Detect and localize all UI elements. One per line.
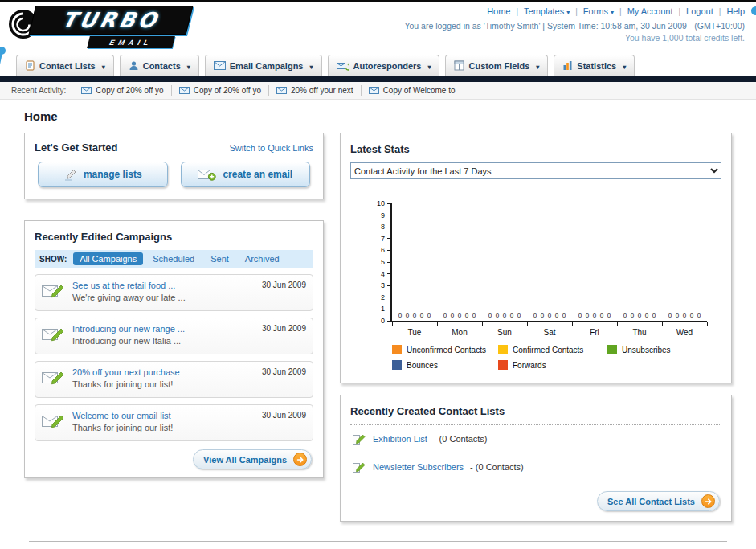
nav-tabs: Contact Lists Contacts Email Campaigns A… <box>0 55 756 76</box>
contacts-icon <box>129 60 139 71</box>
campaign-item[interactable]: Introducing our new range ... Introducin… <box>35 318 313 354</box>
nav-tab-statistics[interactable]: Statistics <box>554 55 635 76</box>
chart-column: 00000Thu <box>617 203 662 321</box>
y-axis-label: 3 <box>370 281 385 289</box>
campaign-item[interactable]: 20% off your next purchase Thanks for jo… <box>35 361 313 398</box>
custom-fields-icon <box>454 60 464 71</box>
campaign-item[interactable]: Welcome to our email list Thanks for joi… <box>35 404 313 441</box>
get-started-title: Let's Get Started <box>35 141 118 154</box>
logo-text: TURBO <box>59 8 162 32</box>
logo-email-chip: EMAIL <box>87 36 175 48</box>
nav-tab-custom-fields[interactable]: Custom Fields <box>445 55 548 76</box>
dropdown-caret-icon <box>425 61 431 71</box>
manage-lists-button[interactable]: manage lists <box>38 162 168 187</box>
value-label: 0 <box>645 312 648 319</box>
value-label: 0 <box>593 312 596 319</box>
chart-column: 00000Sun <box>482 203 527 321</box>
value-labels: 00000 <box>437 312 482 319</box>
recent-activity-item[interactable]: Copy of 20% off yo <box>74 85 171 96</box>
value-label: 0 <box>586 312 589 319</box>
x-axis-tick <box>437 322 438 326</box>
top-link-templates[interactable]: Templates <box>524 6 570 16</box>
y-axis-tick <box>387 215 392 215</box>
legend-item: Confirmed Contacts <box>498 345 607 354</box>
contact-list-item[interactable]: Newsletter Subscribers - (0 Contacts) <box>350 453 721 481</box>
dropdown-caret-icon <box>185 61 190 71</box>
value-label: 0 <box>413 312 416 319</box>
legend-item: Bounces <box>392 360 498 370</box>
tab-sent[interactable]: Sent <box>204 252 235 265</box>
contact-lists-title: Recently Created Contact Lists <box>350 405 505 417</box>
campaign-title-link[interactable]: Welcome to our email list <box>72 411 173 420</box>
arrow-icon <box>293 453 307 466</box>
top-link-logout[interactable]: Logout <box>686 6 713 16</box>
value-labels: 00000 <box>482 312 527 319</box>
y-axis-tick <box>387 262 392 263</box>
campaign-item[interactable]: See us at the retail food ... We're givi… <box>35 274 313 311</box>
recent-activity-item[interactable]: Copy of Welcome to <box>362 85 463 96</box>
top-link-home[interactable]: Home <box>487 6 510 16</box>
value-label: 0 <box>496 312 499 319</box>
recent-activity-item[interactable]: 20% off your next <box>269 85 362 96</box>
see-all-contact-lists-button[interactable]: See All Contact Lists <box>597 491 720 511</box>
y-axis-label: 6 <box>370 246 385 254</box>
y-axis-tick <box>387 321 392 322</box>
top-link-my-account[interactable]: My Account <box>627 6 673 16</box>
campaign-filter-bar: SHOW: All Campaigns Scheduled Sent Archi… <box>35 250 313 268</box>
x-axis-label: Thu <box>617 328 662 337</box>
switch-quick-links-link[interactable]: Switch to Quick Links <box>229 143 313 153</box>
legend-item: Unsubscribes <box>607 345 721 354</box>
y-axis-tick <box>387 238 392 239</box>
tab-archived[interactable]: Archived <box>239 252 286 265</box>
campaign-title-link[interactable]: Introducing our new range ... <box>72 324 185 334</box>
legend-swatch <box>498 345 508 354</box>
campaign-date: 30 Jun 2009 <box>262 367 306 376</box>
contact-lists-panel: Recently Created Contact Lists Exhibitio… <box>340 395 732 522</box>
nav-tab-contact-lists[interactable]: Contact Lists <box>16 55 114 76</box>
x-axis-tick <box>392 322 393 326</box>
campaign-title-link[interactable]: See us at the retail food ... <box>72 281 186 290</box>
chart-column: 00000Sat <box>527 203 572 321</box>
create-email-button[interactable]: create an email <box>181 162 311 187</box>
tab-all-campaigns[interactable]: All Campaigns <box>73 252 143 265</box>
dropdown-caret-icon <box>100 61 105 71</box>
top-link-forms[interactable]: Forms <box>583 6 614 16</box>
tab-scheduled[interactable]: Scheduled <box>146 252 201 265</box>
campaign-subtitle: Thanks for joining our list! <box>72 379 180 389</box>
header-right: Home Templates Forms My Account Logout H… <box>404 6 745 43</box>
top-link-help[interactable]: Help <box>726 6 745 16</box>
value-label: 0 <box>623 312 627 319</box>
x-axis-tick <box>572 322 573 326</box>
email-campaigns-icon <box>214 61 226 70</box>
view-all-campaigns-button[interactable]: View All Campaigns <box>193 449 312 469</box>
contact-list-item[interactable]: Exhibition List - (0 Contacts) <box>350 425 721 453</box>
value-labels: 00000 <box>572 312 617 319</box>
stats-range-select[interactable]: Contact Activity for the Last 7 Days <box>350 162 721 179</box>
envelope-plus-icon <box>198 169 216 181</box>
nav-tab-contacts[interactable]: Contacts <box>120 55 199 76</box>
value-label: 0 <box>631 312 634 319</box>
nav-tab-email-campaigns[interactable]: Email Campaigns <box>205 55 322 76</box>
x-axis-label: Tue <box>392 328 437 337</box>
y-axis-tick <box>387 227 392 227</box>
x-axis-tick <box>617 322 618 326</box>
value-label: 0 <box>510 312 513 319</box>
left-column: Let's Get Started Switch to Quick Links … <box>24 133 324 478</box>
campaign-title-link[interactable]: 20% off your next purchase <box>72 367 180 377</box>
recent-activity-item[interactable]: Copy of 20% off yo <box>172 85 269 96</box>
contact-lists-icon <box>25 60 35 71</box>
contact-list-link[interactable]: Newsletter Subscribers <box>373 462 464 472</box>
nav-tab-label: Email Campaigns <box>230 61 304 71</box>
y-axis-label: 7 <box>370 235 385 243</box>
legend-label: Bounces <box>407 361 438 370</box>
value-label: 0 <box>533 312 537 319</box>
create-email-label: create an email <box>223 169 292 180</box>
chart-legend: Unconfirmed Contacts Confirmed Contacts … <box>392 345 721 370</box>
arrow-icon <box>701 494 715 508</box>
stats-title: Latest Stats <box>350 143 410 155</box>
stats-panel: Latest Stats Contact Activity for the La… <box>340 133 732 383</box>
x-axis-tick <box>527 322 528 326</box>
value-label: 0 <box>697 312 701 319</box>
contact-list-link[interactable]: Exhibition List <box>373 434 427 444</box>
nav-tab-autoresponders[interactable]: Autoresponders <box>328 55 440 76</box>
